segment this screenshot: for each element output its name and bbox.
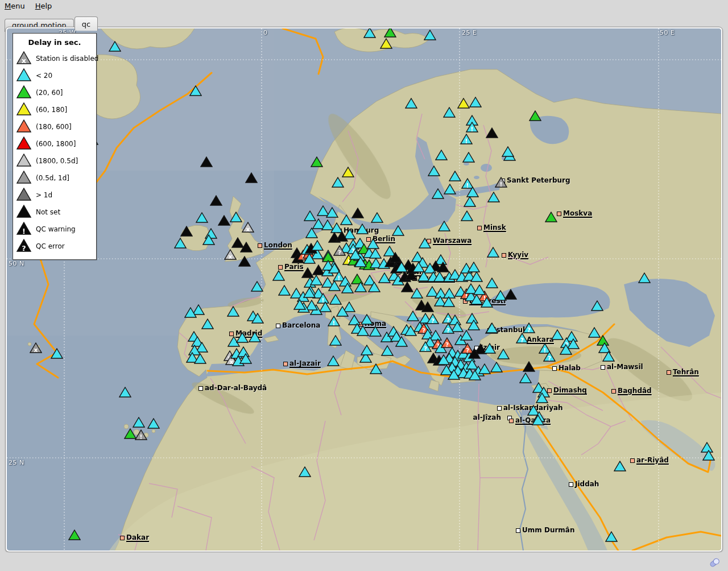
station-marker[interactable] [486, 322, 498, 333]
station-marker[interactable] [189, 85, 202, 96]
station-marker[interactable] [200, 156, 213, 167]
station-marker[interactable] [147, 418, 160, 429]
station-marker[interactable] [605, 531, 618, 542]
station-marker[interactable] [363, 28, 376, 38]
station-marker[interactable] [299, 466, 311, 477]
station-marker[interactable]: ? [419, 341, 432, 352]
station-marker[interactable] [342, 167, 354, 177]
station-marker[interactable] [464, 196, 476, 207]
station-marker[interactable] [68, 529, 81, 540]
station-marker[interactable] [180, 226, 193, 237]
station-marker[interactable] [478, 363, 491, 374]
station-marker[interactable] [218, 215, 230, 226]
station-marker[interactable] [411, 288, 423, 299]
station-marker[interactable] [310, 275, 322, 286]
station-marker[interactable]: ! [466, 122, 478, 133]
station-marker[interactable] [519, 373, 532, 383]
station-marker[interactable]: ? [442, 323, 454, 334]
station-marker[interactable] [184, 307, 197, 318]
station-marker[interactable] [591, 300, 603, 311]
station-marker[interactable] [370, 363, 382, 374]
size-grip-icon[interactable] [709, 557, 721, 568]
station-marker[interactable] [638, 272, 651, 283]
station-marker[interactable] [487, 192, 500, 202]
station-marker[interactable] [468, 348, 481, 359]
station-marker[interactable] [272, 270, 285, 281]
station-marker[interactable] [457, 98, 470, 109]
station-marker[interactable] [326, 207, 338, 218]
station-marker[interactable] [356, 224, 369, 234]
station-marker[interactable] [490, 362, 503, 373]
station-marker[interactable]: x [224, 249, 237, 260]
station-marker[interactable] [405, 98, 417, 109]
station-marker[interactable] [523, 361, 535, 372]
station-marker[interactable] [460, 330, 473, 341]
station-marker[interactable]: ? [543, 351, 556, 362]
station-marker[interactable] [351, 208, 364, 218]
station-marker[interactable] [461, 210, 473, 221]
station-marker[interactable] [251, 281, 263, 292]
station-marker[interactable] [336, 306, 349, 317]
station-marker[interactable] [560, 344, 572, 355]
station-marker[interactable] [532, 415, 544, 425]
station-marker[interactable] [329, 335, 342, 346]
station-marker[interactable] [361, 345, 373, 355]
station-marker[interactable] [336, 231, 348, 242]
station-marker[interactable] [51, 348, 63, 359]
station-marker[interactable] [432, 188, 444, 199]
station-marker[interactable] [332, 177, 344, 188]
station-marker[interactable] [462, 152, 475, 163]
station-marker[interactable] [371, 212, 383, 223]
station-marker[interactable] [230, 212, 242, 222]
station-marker[interactable] [614, 461, 626, 471]
station-marker[interactable] [536, 392, 548, 403]
station-marker[interactable] [395, 262, 408, 272]
station-marker[interactable]: ? [523, 322, 535, 333]
map-canvas[interactable]: 25 W025 E50 E50 N25 N London Paris Madri… [7, 28, 721, 551]
station-marker[interactable] [340, 214, 353, 225]
station-marker[interactable] [486, 127, 498, 138]
station-marker[interactable] [249, 332, 261, 342]
station-marker[interactable] [238, 256, 251, 267]
station-marker[interactable] [327, 355, 340, 366]
station-marker[interactable] [468, 320, 480, 330]
station-marker[interactable] [443, 107, 456, 118]
station-marker[interactable] [227, 306, 239, 317]
station-marker[interactable] [311, 240, 324, 251]
station-marker[interactable] [194, 353, 206, 364]
station-marker[interactable] [486, 278, 498, 288]
station-marker[interactable] [444, 184, 456, 195]
station-marker[interactable]: ! [495, 177, 507, 188]
station-marker[interactable] [119, 387, 131, 398]
station-marker[interactable] [392, 225, 404, 236]
tab-qc[interactable]: qc [75, 16, 98, 31]
station-marker[interactable] [448, 369, 460, 380]
station-marker[interactable]: x [242, 222, 254, 233]
station-marker[interactable] [497, 349, 510, 359]
station-marker[interactable] [404, 325, 417, 336]
station-marker[interactable]: ! [135, 429, 147, 440]
station-marker[interactable] [380, 38, 392, 49]
station-marker[interactable] [602, 351, 615, 362]
station-marker[interactable] [305, 227, 318, 238]
station-marker[interactable] [369, 326, 382, 337]
station-marker[interactable] [483, 343, 496, 354]
station-marker[interactable] [702, 450, 715, 461]
menu-item-menu[interactable]: Menu [0, 0, 31, 12]
station-marker[interactable] [384, 28, 396, 38]
station-marker[interactable] [469, 97, 482, 107]
station-marker[interactable] [109, 41, 121, 52]
station-marker[interactable] [357, 325, 369, 336]
station-marker[interactable] [487, 247, 499, 258]
station-marker[interactable] [303, 287, 316, 298]
station-marker[interactable] [545, 212, 557, 222]
station-marker[interactable] [202, 234, 215, 245]
station-marker[interactable] [421, 301, 434, 312]
station-marker[interactable] [303, 253, 316, 264]
station-marker[interactable]: ? [516, 333, 528, 344]
station-marker[interactable] [473, 284, 486, 295]
station-marker[interactable] [381, 345, 394, 356]
station-marker[interactable] [502, 146, 514, 157]
station-marker[interactable] [251, 313, 264, 324]
station-marker[interactable] [174, 238, 187, 249]
